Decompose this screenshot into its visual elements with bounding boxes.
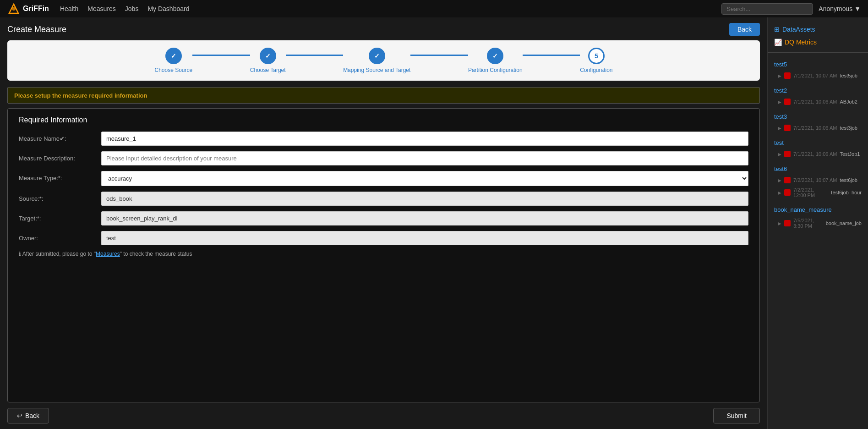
sidebar-item-group-5: book_name_measure▶7/5/2021, 3:30 PMbook_… <box>768 202 868 232</box>
chevron-right-icon: ▶ <box>778 190 781 195</box>
owner-row: Owner: <box>19 231 748 245</box>
nav-health[interactable]: Health <box>60 5 78 12</box>
chevron-right-icon: ▶ <box>778 221 781 226</box>
back-arrow-icon: ↩ <box>17 412 22 419</box>
measure-type-row: Measure Type:*: accuracy <box>19 171 748 186</box>
target-label: Target:*: <box>19 211 101 222</box>
sidebar-sub-item-3-0[interactable]: ▶7/1/2021, 10:06 AMTestJob1 <box>768 149 868 159</box>
step-connector-1 <box>192 55 250 56</box>
measure-desc-row: Measure Description: <box>19 151 748 165</box>
sidebar-sub-item-2-0[interactable]: ▶7/1/2021, 10:06 AMtest3job <box>768 123 868 133</box>
search-input[interactable] <box>721 3 813 15</box>
measure-name-input[interactable] <box>101 132 748 146</box>
sidebar-timestamp: 7/1/2021, 10:07 AM <box>793 73 837 78</box>
source-input <box>101 192 748 206</box>
sidebar-timestamp: 7/2/2021, 10:07 AM <box>793 177 837 183</box>
warning-text: Please setup the measure required inform… <box>14 92 147 99</box>
sidebar-sub-item-5-0[interactable]: ▶7/5/2021, 3:30 PMbook_name_job <box>768 216 868 231</box>
sidebar-job-name: test6job_hour <box>831 190 862 195</box>
sidebar-item-title-0[interactable]: test5 <box>768 58 868 71</box>
step-2-circle: ✓ <box>260 48 276 64</box>
source-label: Source:*: <box>19 192 101 202</box>
sidebar-sub-item-1-0[interactable]: ▶7/1/2021, 10:06 AMABJob2 <box>768 97 868 107</box>
owner-value <box>101 231 748 245</box>
sidebar-item-title-2[interactable]: test3 <box>768 110 868 123</box>
chevron-right-icon: ▶ <box>778 152 781 157</box>
measure-name-row: Measure Name✔: <box>19 132 748 146</box>
sidebar-divider <box>768 52 868 53</box>
main-layout: Create Measure Back ✓ Choose Source ✓ Ch… <box>0 17 868 429</box>
back-button-top[interactable]: Back <box>729 23 760 36</box>
svg-point-1 <box>12 7 16 11</box>
nav-links: Health Measures Jobs My Dashboard <box>60 5 721 12</box>
source-value <box>101 192 748 206</box>
nav-measures[interactable]: Measures <box>87 5 115 12</box>
job-icon <box>784 177 791 183</box>
step-5-circle: 5 <box>588 48 605 64</box>
sidebar-timestamp: 7/5/2021, 3:30 PM <box>793 218 823 229</box>
step-1-label: Choose Source <box>155 67 193 73</box>
step-connector-4 <box>523 55 580 56</box>
step-3-circle: ✓ <box>369 48 385 64</box>
sidebar-timestamp: 7/1/2021, 10:06 AM <box>793 99 837 104</box>
job-icon <box>784 99 791 105</box>
sidebar-job-name: TestJob1 <box>840 151 860 157</box>
sidebar-item-title-3[interactable]: test <box>768 137 868 149</box>
stepper-container: ✓ Choose Source ✓ Choose Target ✓ Mappin… <box>7 40 760 81</box>
sidebar-items-container: test5▶7/1/2021, 10:07 AMtest5jobtest2▶7/… <box>768 56 868 232</box>
source-row: Source:*: <box>19 192 748 206</box>
step-4: ✓ Partition Configuration <box>468 48 523 73</box>
sidebar-job-name: test3job <box>840 125 857 131</box>
sidebar-sub-item-0-0[interactable]: ▶7/1/2021, 10:07 AMtest5job <box>768 71 868 81</box>
sidebar-dq-metrics[interactable]: 📈 DQ Metrics <box>768 36 868 49</box>
sidebar-item-group-1: test2▶7/1/2021, 10:06 AMABJob2 <box>768 82 868 109</box>
chevron-right-icon: ▶ <box>778 99 781 104</box>
page-title: Create Measure <box>7 25 66 34</box>
measure-desc-input[interactable] <box>101 151 748 165</box>
sidebar-sub-item-4-1[interactable]: ▶7/2/2021, 12:00 PMtest6job_hour <box>768 185 868 200</box>
top-nav: GriFFin Health Measures Jobs My Dashboar… <box>0 0 868 17</box>
step-5: 5 Configuration <box>580 48 612 73</box>
grid-icon: ⊞ <box>774 26 780 33</box>
logo-icon <box>7 2 20 15</box>
right-sidebar: ⊞ DataAssets 📈 DQ Metrics test5▶7/1/2021… <box>767 17 868 429</box>
user-menu[interactable]: Anonymous ▼ <box>819 5 861 12</box>
measure-name-label: Measure Name✔: <box>19 132 101 142</box>
sidebar-item-title-1[interactable]: test2 <box>768 84 868 97</box>
sidebar-sub-item-4-0[interactable]: ▶7/2/2021, 10:07 AMtest6job <box>768 175 868 185</box>
required-info-title: Required Information <box>19 116 748 124</box>
target-input <box>101 211 748 226</box>
chevron-right-icon: ▶ <box>778 73 781 78</box>
measure-type-value: accuracy <box>101 171 748 186</box>
sidebar-item-group-4: test6▶7/2/2021, 10:07 AMtest6job▶7/2/202… <box>768 161 868 202</box>
info-icon: ℹ <box>19 251 21 257</box>
step-4-circle: ✓ <box>487 48 503 64</box>
step-4-label: Partition Configuration <box>468 67 523 73</box>
sidebar-item-title-5[interactable]: book_name_measure <box>768 204 868 216</box>
step-3: ✓ Mapping Source and Target <box>343 48 410 73</box>
back-button-bottom[interactable]: ↩ Back <box>7 408 49 424</box>
app-logo[interactable]: GriFFin <box>7 2 49 15</box>
measure-desc-value <box>101 151 748 165</box>
sidebar-timestamp: 7/1/2021, 10:06 AM <box>793 151 837 157</box>
sidebar-job-name: book_name_job <box>826 220 862 226</box>
job-icon <box>784 125 791 131</box>
topnav-right: Anonymous ▼ <box>721 3 861 15</box>
bottom-info-text: After submitted, please go to "Measures"… <box>22 251 192 257</box>
sidebar-item-title-4[interactable]: test6 <box>768 163 868 175</box>
submit-button[interactable]: Submit <box>713 408 760 424</box>
warning-bar: Please setup the measure required inform… <box>7 87 760 104</box>
measures-link[interactable]: Measures <box>96 251 120 257</box>
nav-dashboard[interactable]: My Dashboard <box>147 5 189 12</box>
job-icon <box>784 220 791 226</box>
sidebar-data-assets[interactable]: ⊞ DataAssets <box>768 23 868 36</box>
owner-input <box>101 231 748 245</box>
stepper: ✓ Choose Source ✓ Choose Target ✓ Mappin… <box>155 48 613 73</box>
nav-jobs[interactable]: Jobs <box>125 5 139 12</box>
chevron-right-icon: ▶ <box>778 126 781 131</box>
sidebar-timestamp: 7/1/2021, 10:06 AM <box>793 125 837 131</box>
measure-type-select[interactable]: accuracy <box>101 171 748 186</box>
step-3-label: Mapping Source and Target <box>343 67 410 73</box>
sidebar-job-name: test5job <box>840 73 857 78</box>
sidebar-job-name: test6job <box>840 177 857 183</box>
